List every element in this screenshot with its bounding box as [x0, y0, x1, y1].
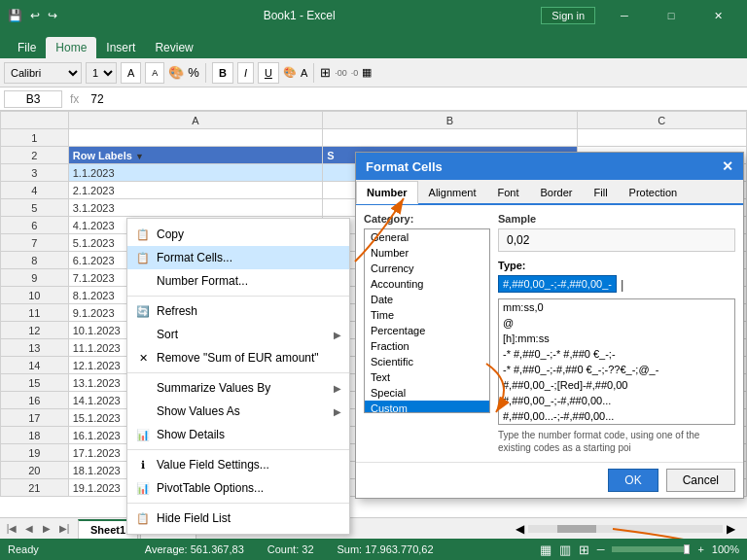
tab-insert[interactable]: Insert — [96, 37, 145, 58]
cell-reference-input[interactable] — [4, 90, 62, 108]
font-color-icon[interactable]: A — [301, 67, 307, 79]
cat-number[interactable]: Number — [365, 245, 489, 261]
tab-alignment[interactable]: Alignment — [418, 181, 487, 204]
cat-general[interactable]: General — [365, 229, 489, 245]
category-list[interactable]: General Number Currency Accounting Date … — [364, 228, 490, 413]
cat-percentage[interactable]: Percentage — [365, 323, 489, 338]
cancel-button[interactable]: Cancel — [666, 469, 735, 492]
row-num-16[interactable]: 16 — [1, 392, 69, 409]
ctx-number-format[interactable]: Number Format... — [127, 269, 349, 293]
col-header-c[interactable]: C — [577, 112, 746, 129]
scroll-right[interactable]: ▶ — [727, 522, 735, 536]
italic-button[interactable]: I — [237, 62, 254, 84]
cat-time[interactable]: Time — [365, 307, 489, 323]
row-num-2[interactable]: 2 — [1, 147, 69, 164]
ctx-pivot-options[interactable]: 📊 PivotTable Options... — [127, 476, 349, 500]
redo-icon[interactable]: ↪ — [48, 9, 57, 22]
underline-button[interactable]: U — [258, 62, 279, 84]
sign-in-button[interactable]: Sign in — [541, 7, 595, 24]
cat-scientific[interactable]: Scientific — [365, 354, 489, 369]
cell-c1[interactable] — [577, 129, 746, 147]
row-num-5[interactable]: 5 — [1, 199, 69, 217]
row-num-17[interactable]: 17 — [1, 409, 69, 427]
ftype-1[interactable]: #,##0,00_-;-#,##0,00... — [499, 393, 734, 408]
row-num-18[interactable]: 18 — [1, 427, 69, 444]
ftype-mmss[interactable]: mm:ss,0 — [499, 299, 734, 315]
tab-review[interactable]: Review — [145, 37, 202, 58]
row-num-4[interactable]: 4 — [1, 182, 69, 199]
scroll-left[interactable]: ◀ — [516, 522, 524, 536]
ctx-sort[interactable]: Sort ▶ — [127, 323, 349, 346]
cat-custom[interactable]: Custom — [365, 401, 489, 413]
tab-home[interactable]: Home — [46, 37, 96, 58]
paint-icon[interactable]: 🎨 — [168, 65, 184, 80]
ctx-summarize[interactable]: Summarize Values By ▶ — [127, 376, 349, 400]
ftype-2[interactable]: #,##0,00...-;-#,##0,00... — [499, 408, 734, 424]
fill-color-icon[interactable]: 🎨 — [283, 66, 297, 79]
minimize-button[interactable]: ─ — [603, 0, 646, 31]
cat-special[interactable]: Special — [365, 385, 489, 401]
ctx-remove-field[interactable]: ✕ Remove "Sum of EUR amount" — [127, 346, 349, 369]
row-num-21[interactable]: 21 — [1, 479, 69, 497]
ftype-red[interactable]: #,##0,00_-;[Red]-#,##0,00 — [499, 377, 734, 393]
font-size-select[interactable]: 11 — [86, 62, 117, 84]
view-normal-icon[interactable]: ▦ — [540, 542, 551, 557]
ctx-copy[interactable]: 📋 Copy — [127, 223, 349, 246]
tab-font[interactable]: Font — [486, 181, 529, 204]
sheet-nav-first[interactable]: |◀ — [4, 521, 19, 537]
col-header-b[interactable]: B — [323, 112, 577, 129]
row-num-11[interactable]: 11 — [1, 304, 69, 322]
format-icon[interactable]: ▦ — [362, 66, 372, 79]
tab-number[interactable]: Number — [356, 181, 418, 204]
tab-border[interactable]: Border — [530, 181, 584, 204]
ftype-eur1[interactable]: -* #,##0_-;-* #,##0 €_-;- — [499, 346, 734, 362]
decrease-font-button[interactable]: A — [145, 62, 164, 84]
bold-button[interactable]: B — [212, 62, 233, 84]
row-num-6[interactable]: 6 — [1, 217, 69, 234]
row-num-9[interactable]: 9 — [1, 269, 69, 287]
cell-b1[interactable] — [323, 129, 577, 147]
row-num-19[interactable]: 19 — [1, 444, 69, 462]
cat-currency[interactable]: Currency — [365, 261, 489, 276]
h-scrollbar[interactable] — [528, 525, 723, 533]
row-num-14[interactable]: 14 — [1, 357, 69, 374]
sheet-nav-prev[interactable]: ◀ — [21, 521, 37, 537]
zoom-out-button[interactable]: ─ — [597, 543, 605, 555]
ctx-value-field-settings[interactable]: ℹ Value Field Settings... — [127, 453, 349, 476]
row-num-15[interactable]: 15 — [1, 374, 69, 392]
cell-a5[interactable]: 3.1.2023 — [68, 199, 322, 217]
view-layout-icon[interactable]: ▥ — [559, 542, 571, 557]
sheet-nav-next[interactable]: ▶ — [39, 521, 54, 537]
ctx-show-details[interactable]: 📊 Show Details — [127, 423, 349, 446]
maximize-button[interactable]: □ — [650, 0, 693, 31]
format-type-list[interactable]: mm:ss,0 @ [h]:mm:ss -* #,##0_-;-* #,##0 … — [498, 298, 735, 425]
zoom-slider[interactable] — [612, 546, 690, 552]
dialog-close-button[interactable]: ✕ — [722, 158, 733, 174]
ctx-format-cells[interactable]: 📋 Format Cells... — [127, 246, 349, 269]
ftype-eur2[interactable]: -* #,##0_-;-#,##0 €_-;-??€_-;@_- — [499, 362, 734, 377]
row-num-10[interactable]: 10 — [1, 287, 69, 304]
cat-fraction[interactable]: Fraction — [365, 338, 489, 354]
cat-accounting[interactable]: Accounting — [365, 276, 489, 292]
ctx-refresh[interactable]: 🔄 Refresh — [127, 299, 349, 323]
row-num-3[interactable]: 3 — [1, 164, 69, 182]
ctx-hide-field-list[interactable]: 📋 Hide Field List — [127, 507, 349, 530]
undo-icon[interactable]: ↩ — [30, 9, 40, 22]
zoom-thumb[interactable] — [684, 544, 690, 554]
row-num-1[interactable]: 1 — [1, 129, 69, 147]
formula-input[interactable] — [87, 91, 743, 107]
row-num-13[interactable]: 13 — [1, 339, 69, 357]
row-num-8[interactable]: 8 — [1, 252, 69, 269]
ftype-at[interactable]: @ — [499, 315, 734, 331]
tab-file[interactable]: File — [8, 37, 46, 58]
ctx-show-values-as[interactable]: Show Values As ▶ — [127, 400, 349, 423]
cell-a4[interactable]: 2.1.2023 — [68, 182, 322, 199]
cell-a2[interactable]: Row Labels ▼ — [68, 147, 322, 164]
row-num-12[interactable]: 12 — [1, 322, 69, 339]
row-num-20[interactable]: 20 — [1, 462, 69, 479]
tab-protection[interactable]: Protection — [619, 181, 689, 204]
tab-fill[interactable]: Fill — [584, 181, 619, 204]
zoom-in-button[interactable]: + — [697, 543, 703, 555]
ftype-hmm[interactable]: [h]:mm:ss — [499, 331, 734, 346]
cat-text[interactable]: Text — [365, 369, 489, 385]
